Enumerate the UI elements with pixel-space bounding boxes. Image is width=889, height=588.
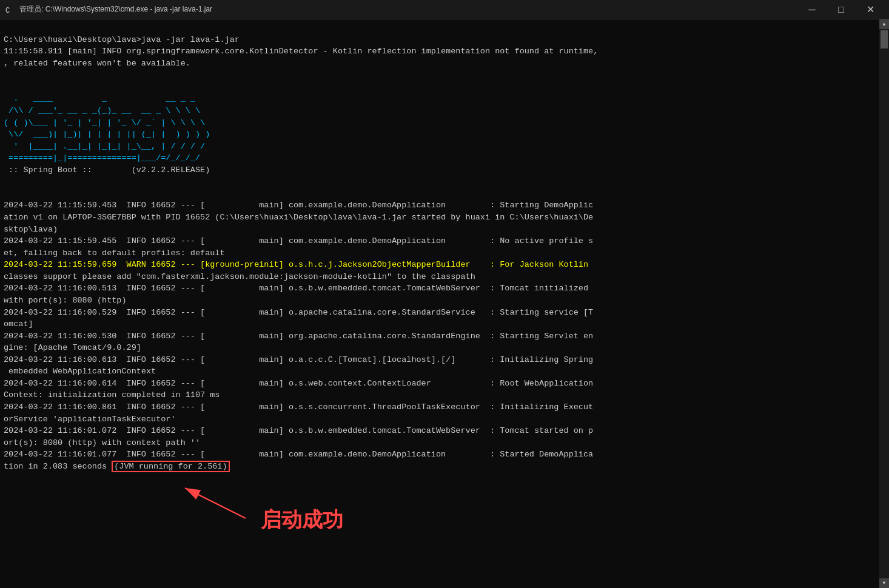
log-line-9: 2024-03-22 11:16:00.861 INFO 16652 --- [… bbox=[4, 403, 593, 412]
log-line-7b: embedded WebApplicationContext bbox=[4, 367, 156, 376]
log-line-2b: et, falling back to default profiles: de… bbox=[4, 249, 225, 258]
scrollbar[interactable]: ▲ ▼ bbox=[879, 19, 889, 588]
log-line-5b: omcat] bbox=[4, 319, 33, 329]
cmd-prompt-line: C:\Users\huaxi\Desktop\lava>java -jar la… bbox=[4, 35, 240, 44]
log-line-6: 2024-03-22 11:16:00.530 INFO 16652 --- [… bbox=[4, 332, 593, 341]
svg-text:C: C bbox=[5, 7, 10, 15]
log-line-1: 2024-03-22 11:15:59.453 INFO 16652 --- [… bbox=[4, 201, 593, 210]
log-line-4: 2024-03-22 11:16:00.513 INFO 16652 --- [… bbox=[4, 284, 588, 293]
scrollbar-down-button[interactable]: ▼ bbox=[879, 578, 889, 588]
terminal-body: C:\Users\huaxi\Desktop\lava>java -jar la… bbox=[0, 19, 889, 588]
scrollbar-thumb[interactable] bbox=[881, 30, 888, 48]
log-line-1b: ation v1 on LAPTOP-3SGE7BBP with PID 166… bbox=[4, 213, 593, 222]
cmd-icon: C bbox=[5, 5, 15, 15]
log-line-10: 2024-03-22 11:16:01.072 INFO 16652 --- [… bbox=[4, 426, 593, 435]
arrow-annotation bbox=[149, 476, 270, 524]
log-line-3b: classes support please add "com.fasterxm… bbox=[4, 272, 475, 281]
titlebar-controls: ─ □ ✕ bbox=[798, 0, 884, 19]
kotlin-warn-line1: 11:15:58.911 [main] INFO org.springframe… bbox=[4, 47, 598, 56]
log-line-8b: Context: initialization completed in 110… bbox=[4, 390, 220, 399]
log-line-1c: sktop\lava) bbox=[4, 225, 58, 234]
cmd-window: C 管理员: C:\Windows\System32\cmd.exe - jav… bbox=[0, 0, 889, 588]
log-line-7: 2024-03-22 11:16:00.613 INFO 16652 --- [… bbox=[4, 355, 593, 364]
log-line-4b: with port(s): 8080 (http) bbox=[4, 296, 127, 305]
titlebar-title: 管理员: C:\Windows\System32\cmd.exe - java … bbox=[19, 4, 798, 15]
titlebar: C 管理员: C:\Windows\System32\cmd.exe - jav… bbox=[0, 0, 889, 19]
log-line-6b: gine: [Apache Tomcat/9.0.29] bbox=[4, 343, 141, 352]
log-line-11b: tion in 2.083 seconds (JVM running for 2… bbox=[4, 461, 230, 472]
scrollbar-track bbox=[879, 29, 889, 578]
log-line-9b: orService 'applicationTaskExecutor' bbox=[4, 415, 176, 424]
spring-ascii-art: . ____ _ __ _ _ /\\ / ___'_ __ _ _(_)_ _… bbox=[4, 94, 210, 174]
close-button[interactable]: ✕ bbox=[856, 0, 884, 19]
log-line-11: 2024-03-22 11:16:01.077 INFO 16652 --- [… bbox=[4, 450, 593, 459]
log-line-10b: ort(s): 8080 (http) with context path '' bbox=[4, 438, 200, 447]
log-line-2: 2024-03-22 11:15:59.455 INFO 16652 --- [… bbox=[4, 236, 593, 246]
jvm-running-highlight: (JVM running for 2.561) bbox=[112, 461, 229, 472]
success-label: 启动成功 bbox=[261, 505, 343, 535]
log-line-5: 2024-03-22 11:16:00.529 INFO 16652 --- [… bbox=[4, 308, 593, 317]
log-line-3: 2024-03-22 11:15:59.659 WARN 16652 --- [… bbox=[4, 260, 588, 269]
kotlin-warn-line2: , related features won't be available. bbox=[4, 59, 190, 68]
restore-button[interactable]: □ bbox=[827, 0, 855, 19]
log-line-8: 2024-03-22 11:16:00.614 INFO 16652 --- [… bbox=[4, 379, 593, 388]
minimize-button[interactable]: ─ bbox=[798, 0, 826, 19]
scrollbar-up-button[interactable]: ▲ bbox=[879, 19, 889, 29]
log-content: C:\Users\huaxi\Desktop\lava>java -jar la… bbox=[4, 22, 885, 484]
